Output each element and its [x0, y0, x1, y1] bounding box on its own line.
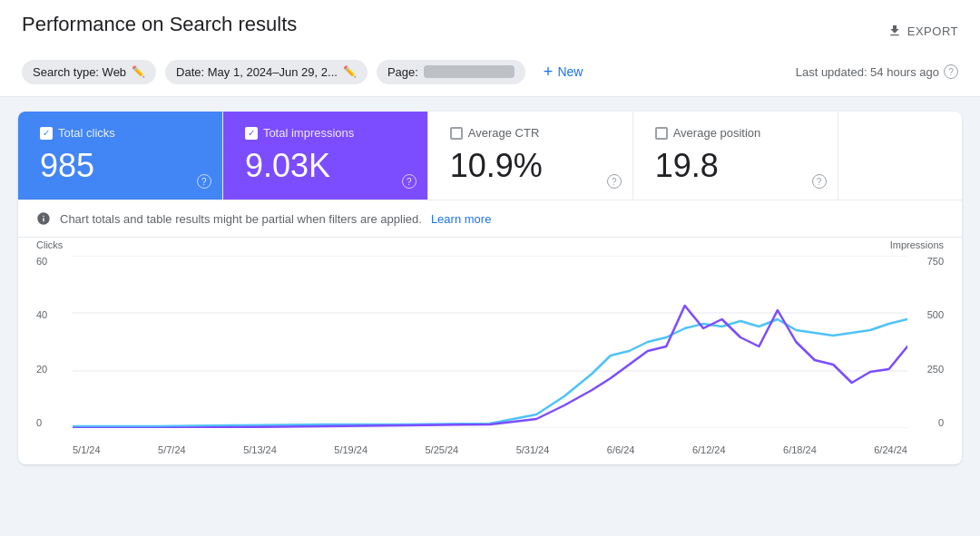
clicks-line	[73, 319, 907, 426]
help-icon-position[interactable]: ?	[812, 174, 827, 189]
y-axis-left: Clicks 0 20 40 60	[36, 256, 69, 428]
download-icon	[887, 24, 902, 38]
metric-label-total-impressions: Total impressions	[263, 126, 354, 140]
y-left-label-clicks: Clicks	[36, 239, 63, 250]
help-icon-impressions[interactable]: ?	[402, 174, 416, 189]
info-banner: Chart totals and table results might be …	[18, 200, 962, 238]
new-filter-button[interactable]: + New	[534, 58, 593, 85]
metric-value-total-clicks: 985	[40, 147, 201, 185]
edit-icon: ✏️	[343, 65, 357, 78]
checkbox-total-impressions[interactable]: ✓	[245, 127, 258, 140]
edit-icon: ✏️	[132, 65, 145, 78]
date-filter[interactable]: Date: May 1, 2024–Jun 29, 2... ✏️	[165, 60, 368, 84]
metric-label-total-clicks: Total clicks	[58, 126, 115, 140]
last-updated: Last updated: 54 hours ago ?	[796, 64, 958, 79]
chart-area: Clicks 0 20 40 60 Impressions 0 250 500 …	[18, 238, 962, 464]
metric-tile-total-clicks[interactable]: ✓ Total clicks 985 ?	[18, 112, 223, 200]
checkbox-total-clicks[interactable]: ✓	[40, 127, 53, 140]
metric-tile-total-impressions[interactable]: ✓ Total impressions 9.03K ?	[223, 112, 428, 200]
info-icon	[36, 211, 51, 226]
plus-icon: +	[544, 63, 554, 80]
impressions-line	[73, 306, 907, 428]
metric-tile-empty	[838, 112, 962, 200]
metric-tile-average-ctr[interactable]: Average CTR 10.9% ?	[428, 112, 633, 200]
export-label: EXPORT	[907, 24, 958, 38]
metric-label-average-ctr: Average CTR	[468, 126, 540, 140]
checkbox-average-position[interactable]	[655, 127, 668, 140]
metric-label-average-position: Average position	[673, 126, 761, 140]
chart-container: Clicks 0 20 40 60 Impressions 0 250 500 …	[36, 256, 944, 455]
help-icon-ctr[interactable]: ?	[607, 174, 622, 189]
search-type-filter[interactable]: Search type: Web ✏️	[22, 60, 156, 84]
x-axis: 5/1/24 5/7/24 5/13/24 5/19/24 5/25/24 5/…	[73, 444, 907, 455]
page-label: Page:	[387, 65, 418, 79]
help-icon-clicks[interactable]: ?	[197, 174, 211, 189]
chart-svg	[73, 256, 907, 428]
export-button[interactable]: EXPORT	[887, 24, 958, 38]
metric-value-average-ctr: 10.9%	[450, 147, 611, 185]
info-text: Chart totals and table results might be …	[60, 212, 422, 226]
metric-value-total-impressions: 9.03K	[245, 147, 406, 185]
learn-more-link[interactable]: Learn more	[431, 212, 491, 226]
metrics-row: ✓ Total clicks 985 ? ✓ Total impressions…	[18, 112, 962, 200]
new-label: New	[557, 64, 583, 79]
search-type-label: Search type: Web	[33, 65, 126, 79]
date-label: Date: May 1, 2024–Jun 29, 2...	[176, 65, 338, 79]
checkbox-average-ctr[interactable]	[450, 127, 463, 140]
metric-value-average-position: 19.8	[655, 147, 816, 185]
page-value-blur	[424, 65, 514, 78]
page-filter[interactable]: Page:	[377, 60, 525, 84]
metric-tile-average-position[interactable]: Average position 19.8 ?	[633, 112, 838, 200]
help-icon[interactable]: ?	[944, 64, 958, 79]
y-right-label-impressions: Impressions	[890, 239, 944, 250]
page-title: Performance on Search results	[22, 13, 297, 36]
y-axis-right: Impressions 0 250 500 750	[911, 256, 944, 428]
metrics-card: ✓ Total clicks 985 ? ✓ Total impressions…	[18, 112, 962, 464]
